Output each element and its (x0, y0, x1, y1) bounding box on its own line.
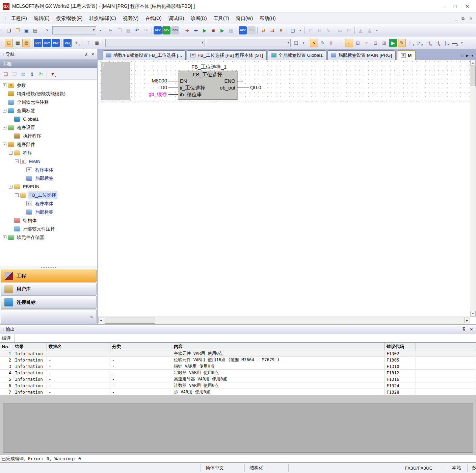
device-find-button[interactable]: DEV (34, 39, 42, 47)
redo-button[interactable]: ↷ (142, 26, 150, 34)
tree-item-[interactable]: −程序 (0, 149, 97, 157)
compile-result-row[interactable]: 4Information--定时器 VAR用 使用0点F1312 (0, 370, 476, 376)
closed-branch-button[interactable]: ⊣4 (433, 39, 441, 47)
tree-item-[interactable]: +⚙参数 (0, 81, 97, 90)
trace-write-button[interactable]: ⊡ (345, 26, 353, 34)
collapse-icon[interactable]: − (15, 193, 19, 197)
tree-item-[interactable]: −程序部件 (0, 140, 97, 149)
tree-item-fbfun[interactable]: −FB/FUN (0, 182, 97, 191)
monitor-stop-button[interactable]: ■ (209, 26, 217, 34)
graph2-button[interactable]: ◮ (365, 26, 373, 34)
interlock-button[interactable]: ⊪ (327, 39, 336, 47)
scroll-down-icon[interactable]: ▼ (470, 311, 476, 317)
compile-result-row[interactable]: 7Information--步 VAR用 使用0点F1328 (0, 389, 476, 395)
pulse-trace-button[interactable]: ∿ (324, 26, 332, 34)
toolbar-overflow-button[interactable]: ▾ (375, 29, 379, 32)
mdi-close-button[interactable]: ✕ (469, 16, 473, 21)
editor-tab-4[interactable]: 局部标签设置 MAIN [PRG] (327, 50, 396, 60)
open-project-button[interactable]: ❐ (14, 26, 22, 34)
nav-paste-button[interactable]: ▦ (19, 70, 27, 78)
closed-contact-button[interactable]: ⊬2 (415, 39, 423, 47)
compile-result-row[interactable]: 3Information--指针 VAR用 使用0点F1310 (0, 363, 476, 370)
delete-column-button[interactable]: ⊞ (380, 39, 388, 47)
menu-4[interactable]: 转换/编译(C) (86, 14, 119, 23)
connection-destination-view-button[interactable]: 连接目标 (1, 296, 97, 309)
display-setting-button[interactable]: ▶ (389, 39, 397, 47)
tree-item-[interactable]: −≣程序本体 (0, 166, 97, 174)
label-edit-button[interactable]: ✎ (398, 39, 406, 47)
vertical-scroll-thumb[interactable] (471, 66, 476, 86)
operand-m8000[interactable]: M8000 (148, 78, 168, 83)
tree-item-[interactable]: −ST程序本体 (0, 199, 97, 208)
toolbar-overflow-button[interactable]: ▾ (301, 41, 306, 45)
tree-item-[interactable]: +软元件存储器 (0, 233, 97, 242)
horizontal-scrollbar[interactable]: ◀ ▶ (98, 317, 470, 324)
device-comment-button[interactable]: DEV (154, 26, 162, 34)
compile-tab[interactable]: 编译 (0, 334, 15, 342)
navigation-window-toggle[interactable]: ⊟ (5, 39, 13, 47)
column-header-error-code[interactable]: 错误代码 (385, 343, 416, 350)
graph-button[interactable]: ◭ (356, 26, 365, 34)
column-header-result[interactable]: 结果 (13, 343, 47, 350)
paste-button[interactable]: ▦ (124, 26, 132, 34)
undo-button[interactable]: ↶ (133, 26, 141, 34)
sampling-trace2-button[interactable]: ⊔ (315, 26, 323, 34)
delete-row-button[interactable]: ⊟ (371, 39, 379, 47)
toolbar-overflow-button[interactable]: ▾ (460, 41, 464, 45)
view-selector-more-button[interactable]: » (1, 309, 97, 324)
scroll-left-icon[interactable]: ◀ (98, 318, 104, 323)
pin-ii[interactable]: ii_工位选择 (180, 85, 205, 91)
remote-operation-button[interactable]: ▢ (289, 26, 297, 34)
help-button[interactable]: ? (43, 26, 51, 34)
sampling-trace-button[interactable]: ⊓ (307, 26, 315, 34)
function-block[interactable]: FB_工位选择 EN ii_工位选择 ib_移位串 ENO ob_out (178, 71, 237, 100)
operand-q00[interactable]: Q0.0 (249, 84, 262, 90)
pin-eno[interactable]: ENO (224, 78, 235, 84)
find-device-button[interactable]: ❏ (292, 39, 300, 47)
collapse-icon[interactable]: − (9, 151, 12, 155)
pin-icon[interactable]: ⊼ (85, 52, 88, 57)
nav-properties-button[interactable]: ℹ (28, 70, 36, 78)
tree-item-[interactable]: −局部软元件注释 (0, 225, 97, 233)
comment-edit-button[interactable]: ✎ (319, 39, 327, 47)
menu-5[interactable]: 视图(V) (120, 14, 142, 23)
project-selector[interactable]: ▼ (52, 26, 96, 34)
menu-10[interactable]: 窗口(W) (233, 14, 257, 23)
device-monitor-button[interactable]: DEV (162, 26, 170, 34)
operand-gb-buffer[interactable]: gb_缓存 (143, 91, 168, 98)
open-contact-button[interactable]: ⊦1 (406, 39, 415, 47)
column-header-data-name[interactable]: 数据名 (47, 343, 110, 350)
compile-result-row[interactable]: 1Information--字软元件 VAR用 使用0点F1302 (0, 350, 476, 357)
toolbar-overflow-button[interactable]: ▾ (298, 29, 302, 32)
work-window-toggle[interactable]: ▤ (22, 39, 30, 47)
menu-7[interactable]: 调试(B) (165, 14, 188, 23)
rung-number-box[interactable]: 1 (101, 62, 130, 100)
project-view-button[interactable]: 工程 (1, 270, 97, 282)
horizontal-scroll-thumb[interactable] (105, 318, 155, 324)
editor-tab-3[interactable]: 全局标签设置 Global1 (268, 50, 326, 60)
tab-list-icon[interactable]: ▾ (471, 53, 473, 58)
collapse-icon[interactable]: − (9, 185, 12, 189)
insert-column-button[interactable]: ⫟ (363, 39, 371, 47)
collapse-icon[interactable]: − (3, 109, 6, 113)
panel-resize-grip[interactable]: ▪▪▪▪▪▪▪▪▪ (0, 266, 97, 269)
help2-button[interactable]: ? (84, 39, 92, 47)
pin-icon[interactable]: ⊼ (462, 327, 466, 332)
device-batch2-button[interactable]: DEV (52, 39, 60, 47)
menu-2[interactable]: 编辑(E) (30, 14, 53, 23)
tree-item-fb_[interactable]: −FB_工位选择 (0, 191, 97, 199)
mdi-minimize-button[interactable]: _ (455, 16, 457, 21)
scroll-right-icon[interactable]: ▶ (464, 318, 470, 323)
nav-copy-button[interactable]: ❐ (10, 70, 19, 78)
user-library-view-button[interactable]: 用户库 (1, 283, 97, 296)
nav-sort-dropdown[interactable]: ▼▾ (49, 70, 57, 78)
open-branch-button[interactable]: ⊣3 (424, 39, 432, 47)
pin-ib[interactable]: ib_移位串 (180, 92, 202, 98)
mdi-restore-button[interactable]: ⧉ (461, 16, 465, 21)
tree-item-[interactable]: −局部标签 (0, 208, 97, 216)
column-header-content[interactable]: 内容 (172, 343, 385, 350)
read-from-plc-button[interactable]: ⬅ (192, 26, 200, 34)
pin-en[interactable]: EN (180, 78, 187, 84)
write-to-plc-button[interactable]: ➔ (183, 26, 191, 34)
tree-item-[interactable]: −全局软元件注释 (0, 98, 97, 106)
